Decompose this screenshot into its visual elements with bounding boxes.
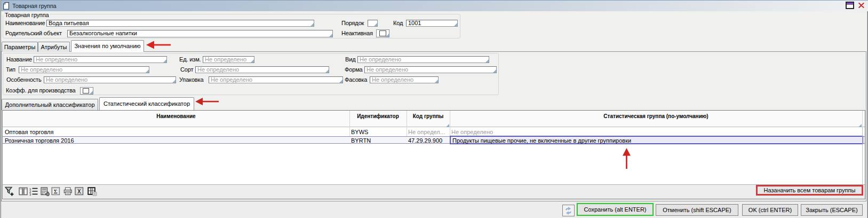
svg-text:3: 3 [29, 193, 31, 196]
svg-text:X: X [77, 189, 81, 194]
svg-text:Σ: Σ [54, 189, 58, 194]
